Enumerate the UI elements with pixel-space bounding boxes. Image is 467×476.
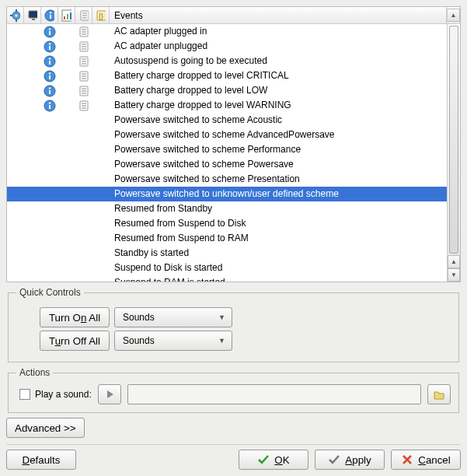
select-value: Sounds [123,335,155,346]
turn-on-all-button[interactable]: Turn On All [40,307,110,327]
event-name: Autosuspend is going to be executed [110,54,447,68]
folder-open-icon [433,388,445,401]
actions-legend: Actions [16,367,53,378]
row-log-cell [75,55,92,68]
ok-button[interactable]: OK [239,450,308,470]
log-icon [78,40,90,53]
chevron-down-icon: ▼ [218,313,225,321]
apply-button[interactable]: Apply [315,450,385,470]
event-row[interactable]: Powersave switched to scheme Acoustic [7,113,447,128]
event-row[interactable]: AC adpater unplugged [7,39,447,54]
turn-off-all-button[interactable]: Turn Off All [40,331,110,351]
event-name: Powersave switched to unknown/user defin… [110,187,447,201]
sound-path-input[interactable] [127,384,421,404]
event-name: Resumed from Suspend to RAM [110,231,447,246]
script-icon [96,9,106,22]
monitor-icon [27,9,37,22]
event-row[interactable]: Battery charge dropped to level WARNING [7,98,447,113]
gear-icon [10,9,20,22]
checkbox-icon [19,389,30,400]
event-name: Battery charge dropped to level CRITICAL [110,68,447,83]
scroll-up-button-2[interactable]: ▲ [448,255,460,268]
events-tree[interactable]: Events ▲ AC adapter plugged inAC adpater… [6,6,461,282]
event-name: Powersave switched to scheme Presentatio… [110,172,447,187]
event-row[interactable]: Battery charge dropped to level LOW [7,83,447,98]
advanced-button[interactable]: Advanced >> [6,418,85,438]
row-info-cell [41,100,58,112]
play-sound-checkbox[interactable]: Play a sound: [16,389,92,400]
event-name: Resumed from Suspend to Disk [110,216,447,231]
log-icon [78,70,90,82]
event-name: Suspend to Disk is started [110,261,447,275]
col-header-log[interactable] [75,7,92,24]
col-header-monitor[interactable] [24,7,41,24]
event-name: Resumed from Standby [110,201,447,216]
play-icon [103,388,116,401]
event-row[interactable]: Powersave switched to scheme Performance [7,142,447,157]
tree-header: Events ▲ [7,7,460,24]
quick-controls-legend: Quick Controls [16,287,84,298]
event-row[interactable]: AC adapter plugged in [7,24,447,39]
play-sound-label: Play a sound: [35,389,92,400]
chevron-down-icon: ▼ [218,337,225,345]
cancel-button[interactable]: Cancel [391,450,461,470]
info-icon [44,100,56,112]
info-icon [44,26,56,38]
info-icon [44,9,54,22]
event-row[interactable]: Powersave switched to scheme Presentatio… [7,172,447,187]
event-row[interactable]: Suspend to RAM is started [7,275,447,282]
col-header-script[interactable] [92,7,110,24]
cancel-icon [401,453,413,466]
row-info-cell [41,70,58,82]
event-name: Battery charge dropped to level WARNING [110,98,447,113]
log-icon [78,100,90,112]
event-row[interactable]: Resumed from Standby [7,201,447,216]
event-row[interactable]: Autosuspend is going to be executed [7,54,447,68]
scrollbar-thumb[interactable] [449,26,458,254]
col-header-chart[interactable] [58,7,75,24]
col-header-info[interactable] [41,7,58,24]
event-row[interactable]: Powersave switched to unknown/user defin… [7,187,447,201]
events-list[interactable]: AC adapter plugged inAC adpater unplugge… [7,24,447,282]
event-row[interactable]: Standby is started [7,246,447,261]
row-info-cell [41,26,58,38]
col-header-gear[interactable] [7,7,24,24]
row-log-cell [75,100,92,112]
row-log-cell [75,85,92,97]
log-icon [78,9,89,22]
event-row[interactable]: Resumed from Suspend to Disk [7,216,447,231]
row-log-cell [75,70,92,82]
event-row[interactable]: Powersave switched to scheme AdvancedPow… [7,128,447,142]
select-value: Sounds [123,312,155,323]
row-info-cell [41,55,58,68]
event-name: Battery charge dropped to level LOW [110,83,447,98]
chart-icon [61,9,71,22]
play-sound-button[interactable] [98,384,121,404]
turn-on-category-select[interactable]: Sounds▼ [114,307,232,327]
info-icon [44,70,56,82]
info-icon [44,55,56,68]
event-name: Suspend to RAM is started [110,275,447,282]
scroll-up-button[interactable]: ▲ [447,9,460,22]
scrollbar[interactable]: ▲ ▼ [447,24,460,282]
check-icon [257,453,270,466]
check-grey-icon [328,453,340,466]
defaults-button[interactable]: Defaults [6,450,76,470]
turn-off-category-select[interactable]: Sounds▼ [114,331,232,351]
log-icon [78,26,90,38]
event-row[interactable]: Battery charge dropped to level CRITICAL [7,68,447,83]
row-log-cell [75,40,92,53]
event-name: AC adapter plugged in [110,24,447,39]
actions-group: Actions Play a sound: [8,367,459,413]
quick-controls-group: Quick Controls Turn On All Sounds▼ Turn … [8,287,459,362]
log-icon [78,55,90,68]
browse-sound-button[interactable] [427,384,451,404]
event-row[interactable]: Suspend to Disk is started [7,261,447,275]
event-row[interactable]: Resumed from Suspend to RAM [7,231,447,246]
event-row[interactable]: Powersave switched to scheme Powersave [7,157,447,172]
col-header-title[interactable]: Events [110,7,447,24]
event-name: Powersave switched to scheme Performance [110,142,447,157]
event-name: Powersave switched to scheme Powersave [110,157,447,172]
scroll-down-button[interactable]: ▼ [448,268,460,282]
log-icon [78,85,90,97]
